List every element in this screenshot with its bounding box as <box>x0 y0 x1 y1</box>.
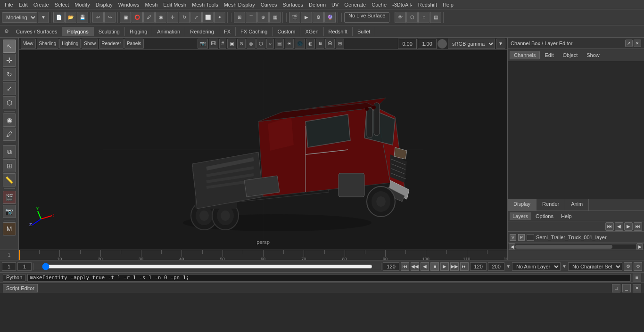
vp-value1[interactable] <box>398 39 417 49</box>
paint-sel-btn[interactable]: 🖊 <box>143 12 155 23</box>
step-fwd-btn[interactable]: ▶▶ <box>450 262 459 271</box>
menu-redshift[interactable]: Redshift <box>415 1 440 8</box>
tab-fx-caching[interactable]: FX Caching <box>236 27 272 36</box>
vp-lighting-menu[interactable]: Lighting <box>59 39 81 49</box>
menu-uv[interactable]: UV <box>329 1 341 8</box>
frame-range-slider[interactable] <box>42 263 372 270</box>
play-back-btn[interactable]: ◀ <box>421 262 429 271</box>
tab-xgen[interactable]: XGen <box>300 27 323 36</box>
menu-select[interactable]: Select <box>52 1 72 8</box>
tabbar-settings-icon[interactable]: ⚙ <box>2 27 11 36</box>
menu-cache[interactable]: Cache <box>369 1 389 8</box>
workspace-menu-btn[interactable]: ▼ <box>38 12 49 23</box>
vp-isolate-icon[interactable]: ⊙ <box>237 39 246 49</box>
menu-file[interactable]: File <box>2 1 16 8</box>
play-fwd-btn[interactable]: ▶ <box>440 262 449 271</box>
vp-shadow-icon[interactable]: 🌑 <box>295 39 305 49</box>
char-set-select[interactable]: No Character Set <box>568 262 622 271</box>
vp-renderer-menu[interactable]: Renderer <box>99 39 124 49</box>
vp-texture-icon[interactable]: ▤ <box>275 39 284 49</box>
vp-light-icon[interactable]: ☀ <box>285 39 294 49</box>
tab-edit[interactable]: Edit <box>540 51 558 59</box>
scroll-right-btn[interactable]: ▶ <box>636 243 643 250</box>
smooth-btn[interactable]: ○ <box>418 12 429 23</box>
3d-viewport-scene[interactable] <box>19 50 507 250</box>
menu-3dtoall[interactable]: -3DtoAll- <box>389 1 415 8</box>
next-keyframe-btn[interactable]: ⏭ <box>460 262 469 271</box>
anim-layer-select[interactable]: No Anim Layer <box>512 262 561 271</box>
paint-tool-btn[interactable]: 🖊 <box>3 128 16 141</box>
move-tool-btn[interactable]: ✛ <box>3 54 16 67</box>
vp-gamma-select[interactable]: sRGB gamma <box>448 39 495 49</box>
tab-polygons[interactable]: Polygons <box>62 27 93 36</box>
rotate-btn[interactable]: ↻ <box>179 12 190 23</box>
select-tool-btn[interactable]: ↖ <box>3 40 16 53</box>
vp-msaa-icon[interactable]: ⊞ <box>336 39 344 49</box>
vp-wireframe-icon[interactable]: ⬡ <box>256 39 265 49</box>
vp-camera-icon[interactable]: 📷 <box>198 39 208 49</box>
new-scene-btn[interactable]: 📄 <box>53 12 65 23</box>
show-isolate-btn[interactable]: 👁 <box>395 12 406 23</box>
python-label[interactable]: Python <box>3 274 25 282</box>
soft-select-btn[interactable]: ◉ <box>3 113 16 127</box>
panel-float-btn[interactable]: ↗ <box>625 40 633 47</box>
vp-hud-icon[interactable]: ▣ <box>227 39 236 49</box>
select-btn[interactable]: ▣ <box>120 12 131 23</box>
current-frame-input[interactable] <box>2 262 16 271</box>
tab-curves-surfaces[interactable]: Curves / Surfaces <box>11 27 62 36</box>
max-frame-input[interactable] <box>488 262 504 271</box>
tab-help[interactable]: Help <box>558 212 575 220</box>
scrollbar-track[interactable] <box>515 245 636 249</box>
anim-layer-arrow[interactable]: ▼ <box>506 264 511 269</box>
menu-edit-mesh[interactable]: Edit Mesh <box>160 1 189 8</box>
playback-end-input[interactable] <box>470 262 487 271</box>
snap-point-btn[interactable]: ⊕ <box>257 12 269 23</box>
timeline-track[interactable]: 0102030405060708090100110120 <box>19 250 507 260</box>
char-set-arrow[interactable]: ▼ <box>562 264 567 269</box>
snap-curve-btn[interactable]: ⌒ <box>246 12 257 23</box>
lasso-btn[interactable]: ⭕ <box>132 12 143 23</box>
vp-panels-menu[interactable]: Panels <box>124 39 144 49</box>
open-scene-btn[interactable]: 📂 <box>65 12 76 23</box>
rotate-tool-btn[interactable]: ↻ <box>3 68 16 81</box>
vp-ao-icon[interactable]: ◐ <box>306 39 315 49</box>
layer-visibility-p[interactable]: P <box>518 234 525 241</box>
menu-modify[interactable]: Modify <box>72 1 92 8</box>
tab-render[interactable]: Render <box>537 199 565 211</box>
layer-scrollbar[interactable]: ◀ ▶ <box>508 243 644 250</box>
stop-btn[interactable]: ■ <box>430 262 439 271</box>
vp-show-menu[interactable]: Show <box>82 39 98 49</box>
anim-settings-btn2[interactable]: ⚙ <box>634 262 642 271</box>
snap-grid-btn[interactable]: ⊞ <box>234 12 245 23</box>
window-max-btn[interactable]: ✕ <box>633 284 641 292</box>
tab-custom[interactable]: Custom <box>273 27 301 36</box>
scale-btn[interactable]: ⤢ <box>190 12 202 23</box>
menu-display[interactable]: Display <box>93 1 116 8</box>
menu-mesh-display[interactable]: Mesh Display <box>221 1 258 8</box>
snap-surface-btn[interactable]: ▦ <box>269 12 281 23</box>
vp-gamma-down-icon[interactable]: ▼ <box>496 39 505 49</box>
save-scene-btn[interactable]: 💾 <box>77 12 88 23</box>
anim-settings-btn[interactable]: ⚙ <box>624 262 632 271</box>
scroll-left-btn[interactable]: ◀ <box>509 243 515 250</box>
vp-color-icon[interactable] <box>438 39 447 49</box>
universal-btn[interactable]: ⬜ <box>202 12 214 23</box>
workspace-dropdown[interactable]: Modeling <box>2 12 37 23</box>
viewport[interactable]: View Shading Lighting Show Renderer Pane… <box>19 38 507 250</box>
menu-surfaces[interactable]: Surfaces <box>280 1 306 8</box>
window-close-btn[interactable]: □ <box>612 284 620 292</box>
tab-object[interactable]: Object <box>558 51 582 59</box>
layer-visibility-v[interactable]: V <box>510 234 516 241</box>
tab-display[interactable]: Display <box>508 199 537 211</box>
menu-generate[interactable]: Generate <box>341 1 369 8</box>
texture-btn[interactable]: ▤ <box>430 12 441 23</box>
range-end-input[interactable] <box>383 262 399 271</box>
range-bar[interactable] <box>33 263 381 270</box>
render-view-btn[interactable]: 🎬 <box>3 191 16 204</box>
menu-mesh-tools[interactable]: Mesh Tools <box>189 1 221 8</box>
ipr-btn[interactable]: ▶ <box>301 12 312 23</box>
vp-value2[interactable] <box>418 39 437 49</box>
script-editor-icon[interactable]: ≡ <box>633 274 641 282</box>
layer-nav-prev[interactable]: ◀ <box>615 222 623 231</box>
menu-windows[interactable]: Windows <box>116 1 142 8</box>
